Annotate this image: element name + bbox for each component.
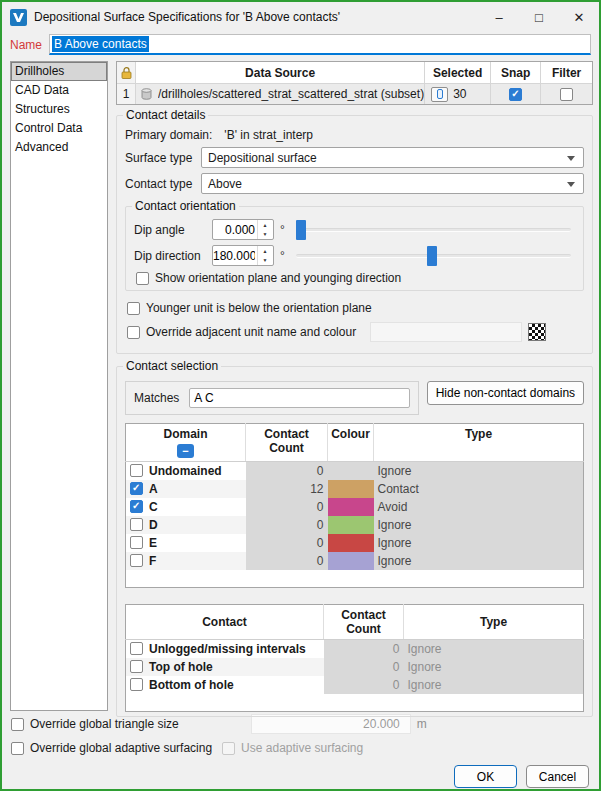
type-cell[interactable]: Ignore <box>404 658 584 676</box>
triangle-size-input[interactable] <box>251 714 411 734</box>
interval-selection-icon[interactable] <box>431 87 448 102</box>
column-header-snap[interactable]: Snap <box>490 62 540 83</box>
type-column-header[interactable]: Type <box>404 605 584 640</box>
matches-label: Matches <box>134 391 179 405</box>
domain-column-header[interactable]: Domain − <box>126 424 246 462</box>
contact-type-value: Above <box>208 177 242 191</box>
dip-angle-spinbox[interactable]: ▲▼ <box>212 219 274 240</box>
dip-direction-slider[interactable] <box>296 246 575 266</box>
dip-angle-slider[interactable] <box>296 220 575 240</box>
colour-column-header[interactable]: Colour <box>328 424 374 462</box>
data-source-path: /drillholes/scattered_strat_scattered_st… <box>158 87 424 101</box>
surface-type-dropdown[interactable]: Depositional surface <box>201 147 584 168</box>
name-input-selected-text: B Above contacts <box>52 36 149 52</box>
maximize-icon[interactable]: □ <box>519 2 559 32</box>
adjacent-unit-colour-swatch[interactable] <box>528 323 546 341</box>
override-triangle-size-checkbox[interactable] <box>11 718 24 731</box>
contact-row-bottom-of-hole[interactable]: Bottom of hole 0 Ignore <box>126 676 584 694</box>
snap-checkbox[interactable] <box>509 88 522 101</box>
column-header-data-source[interactable]: Data Source <box>136 62 424 83</box>
drillhole-data-icon <box>140 88 153 100</box>
domain-row-f[interactable]: F 0 Ignore <box>126 552 584 570</box>
colour-swatch[interactable] <box>328 552 374 570</box>
type-cell[interactable]: Ignore <box>404 640 584 658</box>
contact-count-column-header[interactable]: Contact Count <box>246 424 328 462</box>
domain-row-c[interactable]: C 0 Avoid <box>126 498 584 516</box>
hide-non-contact-domains-button[interactable]: Hide non-contact domains <box>427 381 584 405</box>
override-adaptive-surfacing-checkbox[interactable] <box>11 742 24 755</box>
domain-row-undomained[interactable]: Undomained 0 Ignore <box>126 462 584 480</box>
type-cell[interactable]: Ignore <box>374 462 584 480</box>
close-icon[interactable]: ✕ <box>559 2 599 32</box>
cancel-button[interactable]: Cancel <box>526 765 589 788</box>
contact-row-unlogged[interactable]: Unlogged/missing intervals 0 Ignore <box>126 640 584 658</box>
contact-count-column-header[interactable]: Contact Count <box>324 605 404 640</box>
sidebar: Drillholes CAD Data Structures Control D… <box>10 61 108 711</box>
contact-details-group: Contact details Primary domain: 'B' in s… <box>116 115 593 354</box>
contact-type-label: Contact type <box>125 177 195 191</box>
show-orientation-plane-checkbox[interactable] <box>136 272 149 285</box>
sidebar-item-structures[interactable]: Structures <box>11 100 107 119</box>
contact-checkbox[interactable] <box>130 678 143 691</box>
domain-checkbox[interactable] <box>130 500 143 513</box>
column-header-selected[interactable]: Selected <box>424 62 490 83</box>
titlebar[interactable]: Depositional Surface Specifications for … <box>2 2 599 32</box>
domain-row-a[interactable]: A 12 Contact <box>126 480 584 498</box>
lock-icon[interactable] <box>117 62 136 83</box>
colour-swatch[interactable] <box>328 534 374 552</box>
colour-swatch[interactable] <box>328 498 374 516</box>
sidebar-item-drillholes[interactable]: Drillholes <box>11 62 107 81</box>
spin-up-icon[interactable]: ▲ <box>258 246 272 256</box>
sidebar-item-control-data[interactable]: Control Data <box>11 119 107 138</box>
adjacent-unit-name-input[interactable] <box>370 322 522 342</box>
type-cell[interactable]: Avoid <box>374 498 584 516</box>
dip-direction-spinbox[interactable]: ▲▼ <box>212 245 274 266</box>
type-cell[interactable]: Ignore <box>374 534 584 552</box>
ok-button[interactable]: OK <box>454 765 517 788</box>
spin-down-icon[interactable]: ▼ <box>258 230 272 240</box>
domain-checkbox[interactable] <box>130 482 143 495</box>
type-cell[interactable]: Ignore <box>374 516 584 534</box>
type-column-header[interactable]: Type <box>374 424 584 462</box>
contact-row-top-of-hole[interactable]: Top of hole 0 Ignore <box>126 658 584 676</box>
type-cell[interactable]: Contact <box>374 480 584 498</box>
sidebar-item-cad-data[interactable]: CAD Data <box>11 81 107 100</box>
colour-swatch[interactable] <box>328 480 374 498</box>
contact-checkbox[interactable] <box>130 642 143 655</box>
contact-column-header[interactable]: Contact <box>126 605 324 640</box>
dip-direction-input[interactable] <box>213 246 257 265</box>
colour-swatch[interactable] <box>328 516 374 534</box>
override-adjacent-checkbox[interactable] <box>127 326 140 339</box>
contact-checkbox[interactable] <box>130 660 143 673</box>
domain-row-e[interactable]: E 0 Ignore <box>126 534 584 552</box>
deselect-all-icon[interactable]: − <box>177 444 194 458</box>
younger-unit-checkbox[interactable] <box>127 302 140 315</box>
filter-checkbox[interactable] <box>560 88 573 101</box>
type-cell[interactable]: Ignore <box>374 552 584 570</box>
domain-row-d[interactable]: D 0 Ignore <box>126 516 584 534</box>
type-cell[interactable]: Ignore <box>404 676 584 694</box>
domain-checkbox[interactable] <box>130 554 143 567</box>
matches-input[interactable] <box>189 388 409 408</box>
use-adaptive-surfacing-label: Use adaptive surfacing <box>241 741 363 755</box>
dip-angle-slider-handle[interactable] <box>296 220 306 240</box>
colour-swatch[interactable] <box>328 462 374 480</box>
show-orientation-plane-label: Show orientation plane and younging dire… <box>155 271 401 285</box>
domain-checkbox[interactable] <box>130 518 143 531</box>
column-header-filter[interactable]: Filter <box>540 62 592 83</box>
spin-up-icon[interactable]: ▲ <box>258 220 272 230</box>
dip-direction-slider-handle[interactable] <box>427 246 437 266</box>
contact-type-dropdown[interactable]: Above <box>201 173 584 194</box>
name-label: Name <box>10 38 42 52</box>
sidebar-item-advanced[interactable]: Advanced <box>11 138 107 157</box>
degree-symbol: ° <box>280 223 290 237</box>
dip-angle-input[interactable] <box>213 220 257 239</box>
degree-symbol: ° <box>280 249 290 263</box>
use-adaptive-surfacing-checkbox[interactable] <box>222 742 235 755</box>
name-input[interactable]: B Above contacts <box>49 34 591 55</box>
spin-down-icon[interactable]: ▼ <box>258 256 272 266</box>
domain-checkbox[interactable] <box>130 464 143 477</box>
domain-checkbox[interactable] <box>130 536 143 549</box>
data-source-row[interactable]: 1 /drillholes/scattered_strat_scattered_… <box>117 84 592 104</box>
minimize-icon[interactable]: – <box>479 2 519 32</box>
